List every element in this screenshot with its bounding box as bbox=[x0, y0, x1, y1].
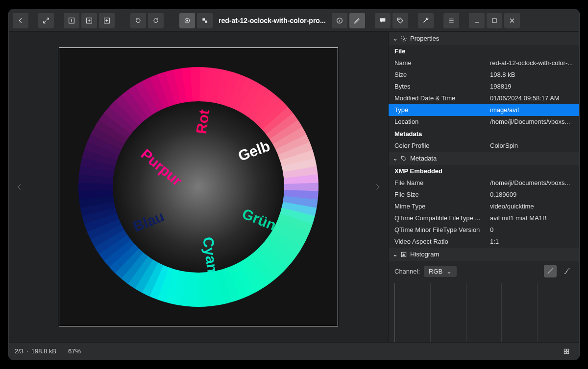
section-title: Metadata bbox=[410, 155, 437, 162]
group-metadata-inner: Metadata bbox=[389, 128, 579, 140]
menu-button[interactable] bbox=[443, 13, 459, 28]
channel-label: Channel: bbox=[394, 268, 420, 275]
row-size[interactable]: Size198.8 kB bbox=[389, 69, 579, 81]
zoom-fit-button[interactable] bbox=[81, 13, 97, 28]
chevron-down-icon: ⌄ bbox=[446, 268, 452, 275]
row-file-name[interactable]: File Name/home/ji/Documents/vboxs... bbox=[389, 177, 579, 189]
status-index: 2/3 bbox=[15, 347, 24, 355]
svg-point-8 bbox=[398, 19, 399, 20]
section-histogram-header[interactable]: ⌄ Histogram bbox=[389, 248, 579, 261]
window-minimize-button[interactable] bbox=[469, 13, 485, 28]
zoom-actual-button[interactable] bbox=[64, 13, 79, 28]
back-button[interactable] bbox=[13, 13, 28, 28]
group-file: File bbox=[389, 45, 579, 57]
row-color-profile[interactable]: Color ProfileColorSpin bbox=[389, 140, 579, 152]
content: Rot Gelb Purpur Grün Blau Cyan ⌄ Propert… bbox=[9, 32, 579, 342]
row-name[interactable]: Namered-at-12-oclock-with-color-... bbox=[389, 57, 579, 69]
row-file-size[interactable]: File Size0.189609 bbox=[389, 189, 579, 201]
window-title: red-at-12-oclock-with-color-pro... bbox=[215, 17, 330, 24]
row-location[interactable]: Location/home/ji/Documents/vboxs... bbox=[389, 116, 579, 128]
row-mime[interactable]: Mime Typevideo/quicktime bbox=[389, 201, 579, 212]
svg-rect-6 bbox=[205, 21, 207, 23]
section-metadata-header[interactable]: ⌄ Metadata bbox=[389, 152, 579, 165]
section-properties-header[interactable]: ⌄ Properties bbox=[389, 32, 579, 45]
window-close-button[interactable] bbox=[504, 13, 520, 28]
image-canvas[interactable]: Rot Gelb Purpur Grün Blau Cyan bbox=[59, 47, 338, 326]
status-zoom: 67% bbox=[68, 347, 81, 355]
status-size: 198.8 kB bbox=[31, 347, 56, 355]
info-button[interactable] bbox=[332, 13, 347, 28]
svg-point-15 bbox=[403, 38, 405, 40]
channel-value: RGB bbox=[429, 268, 442, 275]
next-image-button[interactable] bbox=[370, 173, 384, 201]
zoom-in-button[interactable] bbox=[99, 13, 115, 28]
color-mgmt-button[interactable] bbox=[179, 13, 195, 28]
row-aspect[interactable]: Video Aspect Ratio1:1 bbox=[389, 236, 579, 248]
svg-point-4 bbox=[187, 20, 188, 21]
svg-rect-16 bbox=[401, 252, 406, 256]
rotate-left-button[interactable] bbox=[130, 13, 146, 28]
section-title: Properties bbox=[410, 35, 439, 42]
histogram-linear-button[interactable] bbox=[544, 265, 557, 277]
window-maximize-button[interactable] bbox=[487, 13, 502, 28]
tag-icon bbox=[400, 155, 407, 162]
row-qtime-compat[interactable]: QTime Compatible FileType ...avif mif1 m… bbox=[389, 212, 579, 224]
status-bar: 2/3 · 198.8 kB 67% bbox=[9, 342, 579, 360]
histogram-canvas bbox=[394, 283, 573, 342]
histogram-controls: Channel: RGB ⌄ bbox=[389, 261, 579, 281]
svg-rect-19 bbox=[564, 351, 566, 353]
label-rot: Rot bbox=[193, 108, 213, 135]
channel-dropdown[interactable]: RGB ⌄ bbox=[424, 266, 457, 277]
checker-button[interactable] bbox=[197, 13, 213, 28]
row-modified[interactable]: Modified Date & Time01/06/2024 09:58:17 … bbox=[389, 92, 579, 104]
histogram-icon bbox=[400, 251, 407, 258]
row-type[interactable]: Typeimage/avif bbox=[389, 104, 579, 116]
section-title: Histogram bbox=[410, 251, 439, 258]
fullscreen-button[interactable] bbox=[38, 13, 54, 28]
tag-button[interactable] bbox=[392, 13, 408, 28]
color-wheel-image: Rot Gelb Purpur Grün Blau Cyan bbox=[61, 50, 336, 324]
toolbar: red-at-12-oclock-with-color-pro... bbox=[9, 9, 579, 32]
svg-rect-18 bbox=[567, 349, 569, 351]
group-xmp: XMP Embedded bbox=[389, 165, 579, 177]
prev-image-button[interactable] bbox=[13, 173, 26, 201]
rotate-right-button[interactable] bbox=[148, 13, 164, 28]
svg-rect-20 bbox=[567, 351, 569, 353]
comment-button[interactable] bbox=[375, 13, 391, 28]
row-qtime-minor[interactable]: QTime Minor FileType Version0 bbox=[389, 224, 579, 236]
tools-button[interactable] bbox=[418, 13, 434, 28]
viewer: Rot Gelb Purpur Grün Blau Cyan bbox=[9, 32, 388, 342]
svg-rect-17 bbox=[564, 349, 566, 351]
chevron-down-icon: ⌄ bbox=[392, 251, 397, 258]
sidebar: ⌄ Properties File Namered-at-12-oclock-w… bbox=[388, 32, 579, 342]
thumbnail-grid-button[interactable] bbox=[560, 345, 573, 358]
status-sep: · bbox=[26, 347, 28, 355]
edit-button[interactable] bbox=[349, 13, 365, 28]
app-window: red-at-12-oclock-with-color-pro... bbox=[8, 9, 580, 360]
svg-rect-9 bbox=[492, 19, 496, 23]
chevron-down-icon: ⌄ bbox=[392, 155, 397, 162]
chevron-down-icon: ⌄ bbox=[392, 35, 397, 42]
histogram-log-button[interactable] bbox=[561, 265, 573, 277]
row-bytes[interactable]: Bytes198819 bbox=[389, 81, 579, 92]
svg-rect-5 bbox=[202, 18, 205, 21]
settings-icon bbox=[400, 35, 407, 42]
